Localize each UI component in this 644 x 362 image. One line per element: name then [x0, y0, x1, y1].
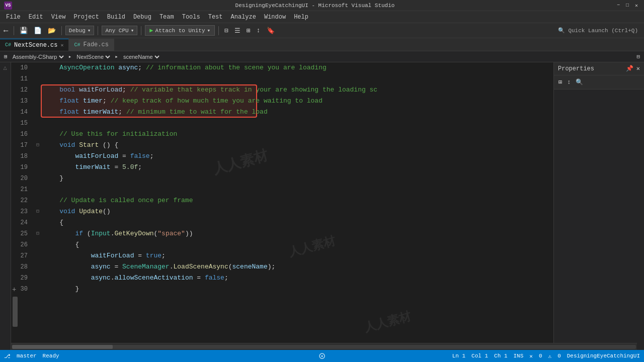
menu-project[interactable]: Project — [69, 13, 103, 22]
fold-icon-25[interactable]: ⊟ — [34, 228, 42, 239]
h-scroll-thumb[interactable] — [12, 345, 113, 349]
code-line-12: 12 bool waitForLoad; // variable that ke… — [11, 84, 553, 96]
back-btn[interactable]: ⟵ — [2, 26, 10, 36]
menu-debug[interactable]: Debug — [129, 13, 155, 22]
expand-btn[interactable]: + — [12, 286, 16, 294]
project-dropdown[interactable]: Assembly-CSharp — [11, 53, 65, 60]
properties-title: Properties — [558, 65, 594, 72]
code-line-22: 22 // Update is called once per frame — [11, 195, 553, 206]
tab-fade[interactable]: C# Fade.cs — [69, 39, 114, 51]
code-line-11: 11 — [11, 73, 553, 84]
play-icon: ▶ — [149, 27, 153, 34]
breadcrumb-separator-2: ▸ — [115, 53, 118, 60]
menu-analyze[interactable]: Analyze — [227, 13, 260, 22]
breadcrumb-separator-1: ▸ — [68, 53, 72, 60]
tabs-bar: C# NextScene.cs ✕ C# Fade.cs — [0, 38, 644, 51]
separator-5 — [218, 26, 219, 35]
class-dropdown[interactable]: NextScene — [74, 53, 112, 60]
fold-icon-17[interactable]: ⊟ — [34, 140, 42, 151]
scroll-thumb[interactable] — [13, 297, 18, 327]
position-ln: Ln 1 — [452, 353, 465, 359]
code-line-21: 21 — [11, 184, 553, 195]
warnings-icon: ⚠ — [548, 353, 552, 359]
menu-test[interactable]: Test — [204, 13, 227, 22]
project-icon: ⊞ — [4, 53, 8, 60]
window-controls: − □ ✕ — [615, 2, 640, 9]
chevron-down-icon: ▾ — [88, 27, 91, 34]
minimize-btn[interactable]: − — [615, 2, 622, 9]
vs-icon: VS — [4, 2, 12, 10]
tab-nextscene-close[interactable]: ✕ — [60, 42, 63, 48]
code-line-29: 29 async.allowSceneActivation = false; — [11, 273, 553, 284]
collapse-icon[interactable]: ⊟ — [636, 53, 640, 60]
logo-center: ⊙ — [318, 349, 325, 363]
tab-nextscene-label: NextScene.cs — [14, 42, 57, 49]
quick-launch-box[interactable]: 🔍 Quick Launch (Ctrl+Q) — [558, 27, 642, 34]
code-line-27: 27 waitForLoad = true; — [11, 250, 553, 261]
code-line-17: 17 ⊟ void Start () { — [11, 140, 553, 151]
menu-bar: File Edit View Project Build Debug Team … — [0, 11, 644, 23]
tab-fade-label: Fade.cs — [83, 41, 108, 48]
close-btn[interactable]: ✕ — [633, 2, 640, 9]
app-title: DesigningEyeCatchingUI - Microsoft Visua… — [15, 3, 615, 9]
chevron-down-icon-2: ▾ — [131, 27, 134, 34]
code-line-26: 26 { — [11, 239, 553, 250]
code-line-19: 19 timerWait = 5.0f; — [11, 162, 553, 173]
code-line-14: 14 float timerWait; // minimum time to w… — [11, 107, 553, 118]
left-gutter: ◁ — [0, 62, 11, 350]
prop-sort-btn[interactable]: ↕ — [566, 78, 572, 87]
separator-1 — [14, 26, 14, 35]
properties-header: Properties 📌 ✕ — [554, 62, 644, 75]
code-line-30: 30 } — [11, 284, 553, 295]
code-line-16: 16 // Use this for initialization — [11, 129, 553, 140]
separator-2 — [61, 26, 62, 35]
maximize-btn[interactable]: □ — [624, 2, 631, 9]
code-line-10: 10 AsyncOperation async; // information … — [11, 62, 553, 73]
cs-file-icon: C# — [5, 42, 11, 48]
open-btn[interactable]: 📂 — [46, 26, 58, 36]
position-ch: Ch 1 — [494, 353, 507, 359]
prop-close-icon[interactable]: ✕ — [636, 65, 640, 72]
new-file-btn[interactable]: 📄 — [32, 26, 44, 36]
menu-tools[interactable]: Tools — [178, 13, 204, 22]
warnings-count: 0 — [557, 353, 561, 359]
platform-dropdown[interactable]: Any CPU ▾ — [102, 26, 137, 35]
save-btn[interactable]: 💾 — [18, 26, 30, 36]
ins-label: INS — [513, 353, 523, 359]
toolbar-bookmark[interactable]: 🔖 — [265, 26, 277, 36]
member-dropdown[interactable]: sceneName — [121, 53, 161, 60]
prop-pin-icon[interactable]: 📌 — [626, 65, 633, 72]
debug-config-dropdown[interactable]: Debug ▾ — [65, 26, 95, 35]
errors-icon: ✕ — [529, 353, 533, 359]
menu-edit[interactable]: Edit — [25, 13, 47, 22]
menu-file[interactable]: File — [2, 13, 25, 22]
code-line-13: 13 float timer; // keep track of how muc… — [11, 96, 553, 107]
unity-logo: ⊙ — [318, 350, 325, 363]
left-gutter-icon[interactable]: ◁ — [2, 66, 9, 70]
attach-to-unity-button[interactable]: ▶ Attach to Unity ▾ — [145, 25, 215, 36]
menu-view[interactable]: View — [47, 13, 70, 22]
h-scroll-track — [12, 345, 636, 349]
code-line-25: 25 ⊟ if (Input.GetKeyDown("space")) — [11, 228, 553, 239]
title-bar: VS DesigningEyeCatchingUI - Microsoft Vi… — [0, 0, 644, 11]
tab-nextscene[interactable]: C# NextScene.cs ✕ — [0, 39, 69, 51]
toolbar-extra-4[interactable]: ↕ — [255, 26, 263, 35]
toolbar-extra-1[interactable]: ⊟ — [222, 26, 230, 36]
menu-window[interactable]: Window — [260, 13, 290, 22]
prop-search-btn[interactable]: 🔍 — [574, 77, 585, 87]
prop-grid-btn[interactable]: ⊞ — [557, 77, 564, 87]
code-editor[interactable]: 10 AsyncOperation async; // information … — [11, 62, 553, 350]
toolbar-extra-3[interactable]: ⊞ — [245, 26, 253, 36]
toolbar-extra-2[interactable]: ☰ — [232, 26, 243, 36]
menu-team[interactable]: Team — [155, 13, 178, 22]
breadcrumb-bar: ⊞ Assembly-CSharp ▸ NextScene ▸ sceneNam… — [0, 51, 644, 62]
platform-label: Any CPU — [105, 28, 128, 34]
separator-3 — [98, 26, 98, 35]
code-line-15: 15 — [11, 118, 553, 129]
menu-build[interactable]: Build — [103, 13, 129, 22]
main-layout: ◁ 10 AsyncOperation async; // informatio… — [0, 62, 644, 350]
separator-4 — [141, 26, 141, 35]
fold-icon-23[interactable]: ⊟ — [34, 206, 42, 217]
menu-help[interactable]: Help — [290, 13, 312, 22]
code-content: 10 AsyncOperation async; // information … — [11, 62, 553, 295]
